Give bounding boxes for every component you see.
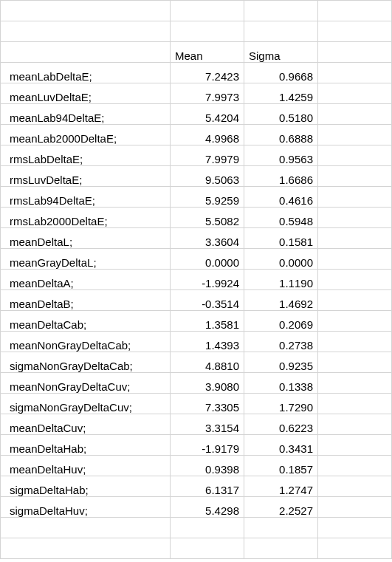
row-label[interactable]: sigmaDeltaHab; — [1, 476, 171, 497]
row-label[interactable]: rmsLab94DeltaE; — [1, 187, 171, 208]
row-sigma[interactable]: 0.2069 — [244, 311, 318, 332]
blank-cell[interactable] — [1, 538, 171, 559]
row-pad[interactable] — [318, 270, 392, 290]
row-mean[interactable]: 5.4204 — [171, 104, 244, 125]
row-label[interactable]: meanDeltaCuv; — [1, 414, 171, 435]
row-pad[interactable] — [318, 228, 392, 249]
row-label[interactable]: meanLabDeltaE; — [1, 63, 171, 83]
row-label[interactable]: sigmaNonGrayDeltaCab; — [1, 352, 171, 373]
row-mean[interactable]: 0.9398 — [171, 456, 244, 476]
row-pad[interactable] — [318, 166, 392, 187]
row-sigma[interactable]: 0.6888 — [244, 125, 318, 145]
row-sigma[interactable]: 1.4259 — [244, 83, 318, 104]
row-sigma[interactable]: 0.5180 — [244, 104, 318, 125]
row-sigma[interactable]: 0.9563 — [244, 145, 318, 166]
row-sigma[interactable]: 0.5948 — [244, 208, 318, 228]
blank-row[interactable] — [1, 518, 392, 538]
row-pad[interactable] — [318, 456, 392, 476]
row-label[interactable]: meanLuvDeltaE; — [1, 83, 171, 104]
table-row[interactable]: rmsLabDeltaE;7.99790.9563 — [1, 145, 392, 166]
row-sigma[interactable]: 0.1338 — [244, 373, 318, 394]
table-row[interactable]: rmsLab2000DeltaE;5.50820.5948 — [1, 208, 392, 228]
row-pad[interactable] — [318, 373, 392, 394]
table-row[interactable]: meanLuvDeltaE;7.99731.4259 — [1, 83, 392, 104]
row-pad[interactable] — [318, 435, 392, 456]
row-sigma[interactable]: 1.7290 — [244, 394, 318, 414]
row-pad[interactable] — [318, 311, 392, 332]
row-label[interactable]: meanLab2000DeltaE; — [1, 125, 171, 145]
row-label[interactable]: meanDeltaHuv; — [1, 456, 171, 476]
row-sigma[interactable]: 0.9235 — [244, 352, 318, 373]
row-sigma[interactable]: 1.6686 — [244, 166, 318, 187]
blank-cell[interactable] — [318, 538, 392, 559]
table-row[interactable]: sigmaDeltaHab;6.13171.2747 — [1, 476, 392, 497]
row-mean[interactable]: 6.1317 — [171, 476, 244, 497]
row-label[interactable]: meanNonGrayDeltaCuv; — [1, 373, 171, 394]
row-label[interactable]: meanDeltaCab; — [1, 311, 171, 332]
row-mean[interactable]: 3.9080 — [171, 373, 244, 394]
row-pad[interactable] — [318, 394, 392, 414]
row-mean[interactable]: 4.8810 — [171, 352, 244, 373]
header-row[interactable]: Mean Sigma — [1, 42, 392, 63]
row-mean[interactable]: 9.5063 — [171, 166, 244, 187]
row-label[interactable]: meanDeltaB; — [1, 290, 171, 311]
table-row[interactable]: meanDeltaHab;-1.91790.3431 — [1, 435, 392, 456]
blank-cell[interactable] — [318, 518, 392, 538]
table-row[interactable]: sigmaNonGrayDeltaCuv;7.33051.7290 — [1, 394, 392, 414]
row-label[interactable]: rmsLabDeltaE; — [1, 145, 171, 166]
row-mean[interactable]: -0.3514 — [171, 290, 244, 311]
row-pad[interactable] — [318, 332, 392, 352]
row-label[interactable]: rmsLab2000DeltaE; — [1, 208, 171, 228]
header-pad[interactable] — [318, 42, 392, 63]
row-mean[interactable]: 7.3305 — [171, 394, 244, 414]
table-row[interactable]: meanLab94DeltaE;5.42040.5180 — [1, 104, 392, 125]
row-mean[interactable]: 1.3581 — [171, 311, 244, 332]
row-mean[interactable]: 3.3604 — [171, 228, 244, 249]
table-row[interactable]: meanNonGrayDeltaCuv;3.90800.1338 — [1, 373, 392, 394]
row-mean[interactable]: 5.9259 — [171, 187, 244, 208]
row-label[interactable]: meanNonGrayDeltaCab; — [1, 332, 171, 352]
header-sigma[interactable]: Sigma — [244, 42, 318, 63]
table-row[interactable]: sigmaNonGrayDeltaCab;4.88100.9235 — [1, 352, 392, 373]
row-sigma[interactable]: 0.1857 — [244, 456, 318, 476]
spreadsheet-table[interactable]: Mean Sigma meanLabDeltaE;7.24230.9668mea… — [0, 0, 392, 559]
row-label[interactable]: meanLab94DeltaE; — [1, 104, 171, 125]
row-pad[interactable] — [318, 187, 392, 208]
table-row[interactable]: sigmaDeltaHuv;5.42982.2527 — [1, 497, 392, 518]
row-sigma[interactable]: 1.4692 — [244, 290, 318, 311]
row-pad[interactable] — [318, 145, 392, 166]
row-label[interactable]: sigmaDeltaHuv; — [1, 497, 171, 518]
header-blank[interactable] — [1, 42, 171, 63]
row-sigma[interactable]: 1.1190 — [244, 270, 318, 290]
table-row[interactable]: rmsLuvDeltaE;9.50631.6686 — [1, 166, 392, 187]
row-sigma[interactable]: 0.6223 — [244, 414, 318, 435]
row-pad[interactable] — [318, 249, 392, 270]
row-mean[interactable]: -1.9179 — [171, 435, 244, 456]
blank-cell[interactable] — [171, 538, 244, 559]
blank-row[interactable] — [1, 1, 392, 21]
row-sigma[interactable]: 0.0000 — [244, 249, 318, 270]
row-label[interactable]: rmsLuvDeltaE; — [1, 166, 171, 187]
row-mean[interactable]: 7.2423 — [171, 63, 244, 83]
row-pad[interactable] — [318, 290, 392, 311]
table-row[interactable]: meanDeltaA;-1.99241.1190 — [1, 270, 392, 290]
row-label[interactable]: meanDeltaA; — [1, 270, 171, 290]
row-sigma[interactable]: 2.2527 — [244, 497, 318, 518]
row-sigma[interactable]: 0.4616 — [244, 187, 318, 208]
row-pad[interactable] — [318, 208, 392, 228]
row-sigma[interactable]: 0.9668 — [244, 63, 318, 83]
row-mean[interactable]: 1.4393 — [171, 332, 244, 352]
row-pad[interactable] — [318, 83, 392, 104]
row-sigma[interactable]: 0.2738 — [244, 332, 318, 352]
row-sigma[interactable]: 0.3431 — [244, 435, 318, 456]
row-mean[interactable]: 7.9979 — [171, 145, 244, 166]
row-pad[interactable] — [318, 352, 392, 373]
table-row[interactable]: meanNonGrayDeltaCab;1.43930.2738 — [1, 332, 392, 352]
table-row[interactable]: meanDeltaCab;1.35810.2069 — [1, 311, 392, 332]
table-row[interactable]: meanGrayDeltaL;0.00000.0000 — [1, 249, 392, 270]
table-row[interactable]: meanLabDeltaE;7.24230.9668 — [1, 63, 392, 83]
blank-row[interactable] — [1, 538, 392, 559]
row-mean[interactable]: 7.9973 — [171, 83, 244, 104]
row-mean[interactable]: 0.0000 — [171, 249, 244, 270]
row-pad[interactable] — [318, 63, 392, 83]
